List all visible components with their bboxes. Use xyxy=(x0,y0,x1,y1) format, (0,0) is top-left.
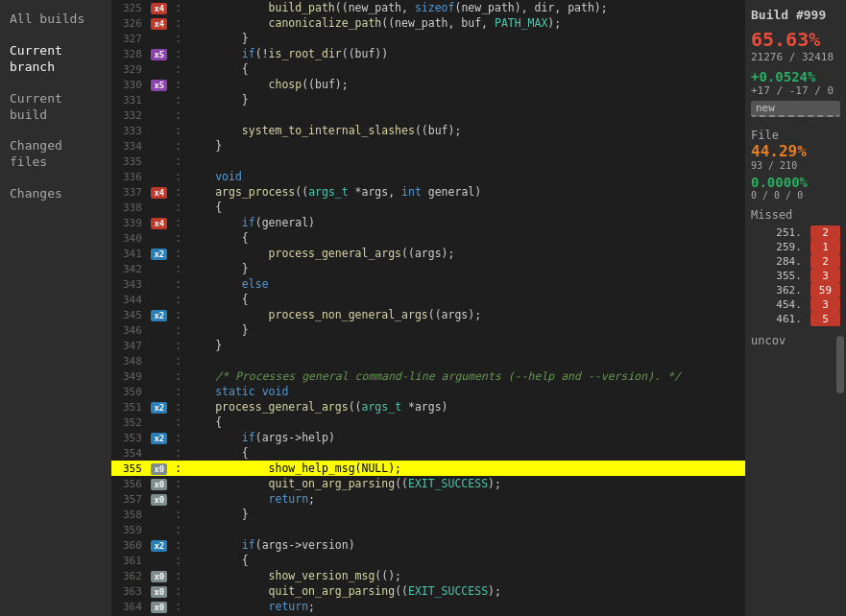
sidebar-item-changed-files[interactable]: Changed files xyxy=(0,130,111,178)
missed-row: 362.59 xyxy=(751,283,840,297)
code-line: show_version_msg((); xyxy=(184,568,745,583)
file-zero-sub: 0 / 0 / 0 xyxy=(751,190,840,201)
missed-count: 5 xyxy=(810,312,840,326)
code-line: quit_on_arg_parsing((EXIT_SUCCESS); xyxy=(184,583,745,599)
table-row: 329: { xyxy=(111,61,745,77)
missed-row: 454.3 xyxy=(751,297,840,312)
coverage-pct: 65.63% xyxy=(751,28,840,51)
coverage-badge xyxy=(146,415,173,430)
coverage-badge xyxy=(146,154,173,169)
right-panel: Build #999 65.63% 21276 / 32418 +0.0524%… xyxy=(745,0,846,616)
line-number: 329 xyxy=(111,61,146,77)
missed-line-num: 362. xyxy=(751,283,804,297)
code-line: chosp((buf); xyxy=(184,77,745,92)
table-row: 357x0: return; xyxy=(111,491,745,507)
table-row: 340: { xyxy=(111,230,745,246)
table-row: 339x4: if(general) xyxy=(111,215,745,230)
colon-separator: : xyxy=(173,553,185,568)
table-row: 338: { xyxy=(111,200,745,215)
table-row: 331: } xyxy=(111,92,745,107)
code-line: } xyxy=(184,322,745,338)
line-number: 357 xyxy=(111,491,146,507)
coverage-badge: x2 xyxy=(146,399,173,415)
line-number: 341 xyxy=(111,246,146,261)
table-row: 353x2: if(args->help) xyxy=(111,430,745,445)
colon-separator: : xyxy=(173,154,185,169)
table-row: 346: } xyxy=(111,322,745,338)
missed-line-num: 284. xyxy=(751,254,804,269)
colon-separator: : xyxy=(173,215,185,230)
coverage-badge xyxy=(146,138,173,154)
table-row: 361: { xyxy=(111,553,745,568)
colon-separator: : xyxy=(173,230,185,246)
line-number: 347 xyxy=(111,338,146,353)
line-number: 331 xyxy=(111,92,146,107)
sidebar-item-all-builds[interactable]: All builds xyxy=(0,4,111,36)
coverage-badge xyxy=(146,61,173,77)
line-number: 343 xyxy=(111,276,146,292)
line-number: 345 xyxy=(111,307,146,322)
sidebar-item-current-branch[interactable]: Current branch xyxy=(0,36,111,83)
missed-dot xyxy=(804,225,810,240)
code-line: { xyxy=(184,61,745,77)
table-row: 364x0: return; xyxy=(111,599,745,614)
code-line: { xyxy=(184,230,745,246)
colon-separator: : xyxy=(173,169,185,184)
colon-separator: : xyxy=(173,200,185,215)
line-number: 361 xyxy=(111,553,146,568)
code-line: quit_on_arg_parsing((EXIT_SUCCESS); xyxy=(184,476,745,491)
coverage-badge xyxy=(146,522,173,537)
coverage-badge: x0 xyxy=(146,476,173,491)
missed-line-num: 251. xyxy=(751,225,804,240)
code-line: } xyxy=(184,338,745,353)
table-row: 354: { xyxy=(111,445,745,461)
line-number: 346 xyxy=(111,322,146,338)
colon-separator: : xyxy=(173,276,185,292)
code-line xyxy=(184,107,745,123)
missed-dot xyxy=(804,283,810,297)
sidebar-item-changes[interactable]: Changes xyxy=(0,178,111,210)
coverage-badge xyxy=(146,230,173,246)
table-row: 345x2: process_non_general_args((args); xyxy=(111,307,745,322)
missed-dot xyxy=(804,312,810,326)
coverage-badge xyxy=(146,200,173,215)
colon-separator: : xyxy=(173,261,185,276)
table-row: 328x5: if(!is_root_dir((buf)) xyxy=(111,46,745,61)
code-line: /* Processes general command-line argume… xyxy=(184,368,745,384)
coverage-badge: x4 xyxy=(146,184,173,200)
missed-line-num: 461. xyxy=(751,312,804,326)
line-number: 348 xyxy=(111,353,146,368)
coverage-badge xyxy=(146,276,173,292)
code-line: return; xyxy=(184,599,745,614)
line-number: 326 xyxy=(111,15,146,31)
table-row: 347: } xyxy=(111,338,745,353)
code-line: static void xyxy=(184,384,745,399)
coverage-badge xyxy=(146,384,173,399)
missed-count: 3 xyxy=(810,297,840,312)
table-row: 358: } xyxy=(111,507,745,522)
missed-row: 355.3 xyxy=(751,269,840,283)
line-number: 344 xyxy=(111,292,146,307)
missed-row: 259.1 xyxy=(751,240,840,254)
colon-separator: : xyxy=(173,507,185,522)
line-number: 364 xyxy=(111,599,146,614)
scrollbar[interactable] xyxy=(836,336,844,393)
colon-separator: : xyxy=(173,415,185,430)
coverage-badge: x0 xyxy=(146,568,173,583)
file-pct: 44.29% xyxy=(751,142,840,160)
code-line: } xyxy=(184,92,745,107)
coverage-badge: x4 xyxy=(146,0,173,15)
table-row: 326x4: canonicalize_path((new_path, buf,… xyxy=(111,15,745,31)
table-row: 359: xyxy=(111,522,745,537)
line-number: 342 xyxy=(111,261,146,276)
line-number: 338 xyxy=(111,200,146,215)
table-row: 363x0: quit_on_arg_parsing((EXIT_SUCCESS… xyxy=(111,583,745,599)
line-number: 333 xyxy=(111,123,146,138)
sidebar-item-current-build[interactable]: Current build xyxy=(0,83,111,131)
line-number: 362 xyxy=(111,568,146,583)
missed-row: 461.5 xyxy=(751,312,840,326)
coverage-badge xyxy=(146,292,173,307)
coverage-badge xyxy=(146,338,173,353)
colon-separator: : xyxy=(173,61,185,77)
coverage-badge: x0 xyxy=(146,491,173,507)
